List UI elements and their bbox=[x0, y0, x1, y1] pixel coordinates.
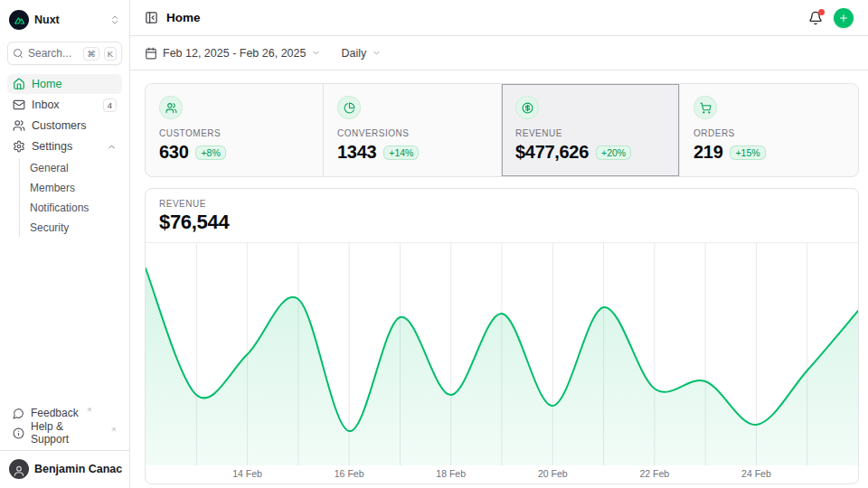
sidebar-link-help-support[interactable]: Help & Support bbox=[7, 423, 122, 443]
stat-label: CUSTOMERS bbox=[159, 128, 309, 138]
conversions-icon bbox=[337, 96, 361, 119]
sidebar-item-home[interactable]: Home bbox=[7, 74, 122, 94]
chart-header: REVENUE $76,544 bbox=[146, 189, 858, 243]
sidebar-nav: HomeInbox4CustomersSettingsGeneralMember… bbox=[7, 74, 122, 238]
sidebar-subitem-notifications[interactable]: Notifications bbox=[20, 198, 122, 217]
sidebar-item-label: Inbox bbox=[32, 99, 60, 111]
kbd-k: K bbox=[104, 47, 117, 61]
kbd-cmd: ⌘ bbox=[83, 47, 99, 61]
content: CUSTOMERS630+8%CONVERSIONS1343+14%REVENU… bbox=[130, 70, 868, 488]
stat-card-conversions[interactable]: CONVERSIONS1343+14% bbox=[324, 84, 502, 176]
collapse-sidebar-button[interactable] bbox=[145, 11, 158, 24]
sidebar-item-label: Customers bbox=[32, 119, 86, 132]
chevron-up-icon bbox=[107, 142, 117, 152]
page-title: Home bbox=[166, 11, 201, 24]
filters-toolbar: Feb 12, 2025 - Feb 26, 2025 Daily bbox=[130, 36, 868, 70]
plus-icon bbox=[838, 13, 849, 23]
orders-icon bbox=[693, 96, 717, 119]
external-link-icon bbox=[86, 407, 92, 413]
user-name: Benjamin Canac bbox=[34, 463, 122, 475]
stat-delta-badge: +14% bbox=[383, 145, 419, 160]
workspace-name: Nuxt bbox=[34, 14, 60, 26]
nuxt-logo-icon bbox=[9, 10, 29, 30]
chevrons-up-down-icon bbox=[109, 14, 120, 25]
search-input[interactable]: Search... ⌘ K bbox=[7, 42, 122, 65]
settings-icon bbox=[13, 140, 25, 153]
header-actions bbox=[808, 8, 854, 28]
date-range-label: Feb 12, 2025 - Feb 26, 2025 bbox=[163, 47, 306, 60]
footer-link-label: Feedback bbox=[31, 407, 79, 419]
svg-text:20 Feb: 20 Feb bbox=[538, 468, 568, 479]
user-menu[interactable]: Benjamin Canac bbox=[7, 451, 122, 481]
notification-dot bbox=[818, 9, 825, 15]
stat-value: $477,626 bbox=[515, 142, 589, 163]
calendar-icon bbox=[145, 47, 157, 60]
sidebar-item-customers[interactable]: Customers bbox=[7, 116, 122, 136]
stat-card-orders[interactable]: ORDERS219+15% bbox=[680, 84, 858, 176]
svg-text:24 Feb: 24 Feb bbox=[741, 468, 771, 479]
footer-link-label: Help & Support bbox=[31, 420, 103, 446]
sidebar-item-label: Home bbox=[32, 78, 61, 90]
sidebar-item-inbox[interactable]: Inbox4 bbox=[7, 95, 122, 115]
period-label: Daily bbox=[341, 47, 366, 60]
sidebar-subnav: GeneralMembersNotificationsSecurity bbox=[19, 158, 122, 237]
sidebar-item-settings[interactable]: Settings bbox=[7, 136, 122, 156]
sidebar-subitem-general[interactable]: General bbox=[20, 158, 122, 177]
stat-delta-badge: +15% bbox=[730, 145, 765, 160]
feedback-icon bbox=[13, 408, 24, 419]
notifications-button[interactable] bbox=[808, 11, 823, 25]
revenue-icon bbox=[515, 96, 539, 119]
user-avatar bbox=[9, 459, 29, 479]
stats-cards: CUSTOMERS630+8%CONVERSIONS1343+14%REVENU… bbox=[145, 83, 859, 177]
sidebar-spacer bbox=[7, 238, 122, 403]
revenue-chart[interactable]: 14 Feb16 Feb18 Feb20 Feb22 Feb24 Feb bbox=[146, 243, 858, 483]
info-icon bbox=[13, 427, 24, 439]
search-placeholder: Search... bbox=[28, 47, 71, 60]
stat-value-row: $477,626+20% bbox=[515, 142, 665, 163]
stat-value-row: 630+8% bbox=[159, 142, 309, 163]
workspace-selector[interactable]: Nuxt bbox=[7, 7, 122, 33]
home-icon bbox=[13, 78, 25, 90]
svg-text:22 Feb: 22 Feb bbox=[640, 468, 670, 479]
inbox-icon bbox=[13, 99, 25, 111]
stat-card-customers[interactable]: CUSTOMERS630+8% bbox=[146, 84, 324, 176]
customers-icon bbox=[159, 96, 183, 119]
chevron-down-icon bbox=[311, 48, 321, 58]
stat-label: ORDERS bbox=[693, 128, 844, 138]
search-icon bbox=[13, 48, 24, 59]
stat-label: CONVERSIONS bbox=[337, 128, 487, 138]
stat-value-row: 219+15% bbox=[693, 142, 844, 163]
chevron-down-icon bbox=[372, 48, 382, 58]
customers-icon bbox=[13, 119, 25, 132]
stat-delta-badge: +20% bbox=[596, 145, 631, 160]
sidebar-subitem-members[interactable]: Members bbox=[20, 178, 122, 197]
main-header: Home bbox=[130, 0, 868, 36]
chart-title: REVENUE bbox=[159, 199, 844, 209]
inbox-count-badge: 4 bbox=[103, 99, 117, 112]
stat-value: 219 bbox=[693, 142, 722, 163]
stat-value: 630 bbox=[159, 142, 188, 163]
add-button[interactable] bbox=[834, 8, 854, 28]
stat-label: REVENUE bbox=[515, 128, 665, 138]
sidebar-subitem-security[interactable]: Security bbox=[20, 218, 122, 237]
svg-text:14 Feb: 14 Feb bbox=[232, 468, 262, 479]
stat-value: 1343 bbox=[337, 142, 376, 163]
svg-text:16 Feb: 16 Feb bbox=[335, 468, 364, 479]
sidebar-item-label: Settings bbox=[32, 140, 72, 153]
stat-card-revenue[interactable]: REVENUE$477,626+20% bbox=[502, 84, 680, 176]
dashboard-app: Nuxt Search... ⌘ K HomeInbox4CustomersSe… bbox=[0, 0, 868, 488]
stat-value-row: 1343+14% bbox=[337, 142, 487, 163]
revenue-chart-card: REVENUE $76,544 14 Feb16 Feb18 Feb20 Feb… bbox=[145, 188, 859, 484]
svg-text:18 Feb: 18 Feb bbox=[436, 468, 466, 479]
external-link-icon bbox=[110, 427, 117, 433]
period-select[interactable]: Daily bbox=[341, 47, 382, 60]
stat-delta-badge: +8% bbox=[195, 145, 225, 160]
sidebar: Nuxt Search... ⌘ K HomeInbox4CustomersSe… bbox=[0, 0, 130, 488]
chart-current-value: $76,544 bbox=[159, 211, 844, 234]
date-range-picker[interactable]: Feb 12, 2025 - Feb 26, 2025 bbox=[145, 47, 321, 60]
main-area: Home Feb 12, 2025 - Feb 26, 2025 Daily bbox=[130, 0, 868, 488]
sidebar-footer-links: FeedbackHelp & Support bbox=[7, 403, 122, 443]
